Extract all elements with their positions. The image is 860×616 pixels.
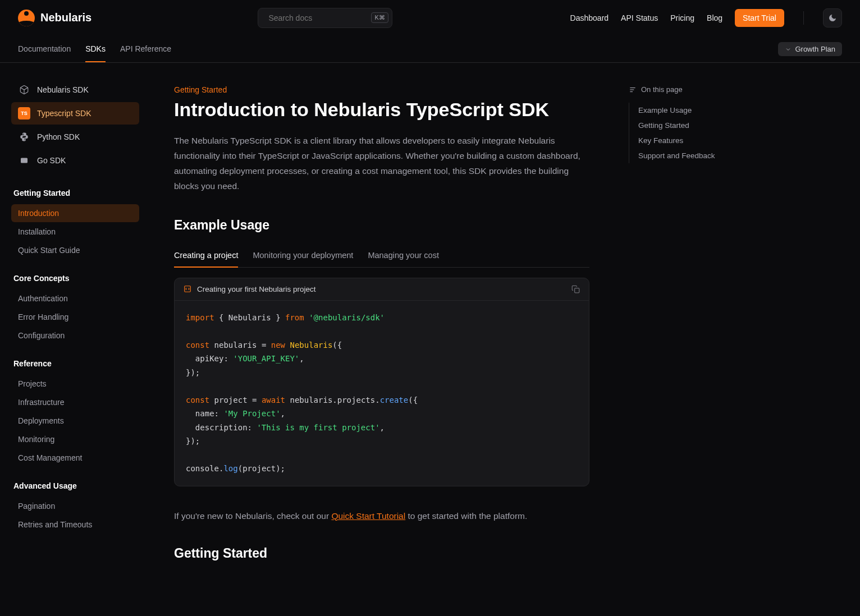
footer-text: If you're new to Nebularis, check out ou…: [174, 509, 589, 523]
copy-icon: [571, 285, 580, 293]
nav-authentication[interactable]: Authentication: [11, 289, 139, 307]
section-core-concepts: Core Concepts: [13, 274, 139, 283]
nav-monitoring[interactable]: Monitoring: [11, 430, 139, 448]
code-title: Creating your first Nebularis project: [197, 285, 316, 293]
nav-projects[interactable]: Projects: [11, 375, 139, 393]
quick-start-link[interactable]: Quick Start Tutorial: [331, 511, 405, 521]
nav-installation[interactable]: Installation: [11, 223, 139, 241]
toc-title: On this page: [629, 85, 741, 94]
toc-key-features[interactable]: Key Features: [629, 133, 741, 148]
nav-api-status[interactable]: API Status: [621, 13, 658, 22]
toc-getting-started[interactable]: Getting Started: [629, 118, 741, 133]
python-icon: [18, 131, 30, 143]
header-nav: Dashboard API Status Pricing Blog Start …: [570, 8, 842, 27]
nav-dashboard[interactable]: Dashboard: [570, 13, 609, 22]
nav-quick-start[interactable]: Quick Start Guide: [11, 241, 139, 259]
svg-rect-3: [21, 158, 28, 163]
brand-name: Nebularis: [40, 11, 92, 24]
section-reference: Reference: [13, 359, 139, 368]
eyebrow: Getting Started: [174, 85, 589, 94]
getting-started-heading: Getting Started: [174, 546, 589, 561]
intro-text: The Nebularis TypeScript SDK is a client…: [174, 133, 589, 194]
svg-rect-4: [185, 286, 191, 292]
search-shortcut: K⌘: [371, 12, 388, 23]
code-tab-cost[interactable]: Managing your cost: [368, 245, 439, 268]
tab-documentation[interactable]: Documentation: [18, 36, 71, 62]
nav-introduction[interactable]: Introduction: [11, 204, 139, 222]
code-body: import { Nebularis } from '@nebularis/sd…: [175, 301, 589, 486]
sdk-python[interactable]: Python SDK: [11, 126, 139, 148]
divider: [803, 11, 804, 25]
nav-configuration[interactable]: Configuration: [11, 327, 139, 344]
sdk-typescript[interactable]: TS Typescript SDK: [11, 102, 139, 125]
sdk-go[interactable]: Go SDK: [11, 149, 139, 172]
moon-icon: [828, 13, 837, 22]
search-input[interactable]: K⌘: [258, 8, 392, 28]
svg-rect-5: [575, 288, 579, 292]
cube-icon: [18, 84, 30, 96]
example-heading: Example Usage: [174, 218, 589, 233]
plan-badge[interactable]: Growth Plan: [778, 42, 842, 56]
page-title: Introduction to Nebularis TypeScript SDK: [174, 99, 589, 121]
list-icon: [629, 86, 637, 94]
nav-deployments[interactable]: Deployments: [11, 412, 139, 430]
start-trial-button[interactable]: Start Trial: [735, 9, 784, 27]
nav-blog[interactable]: Blog: [707, 13, 722, 22]
table-of-contents: On this page Example Usage Getting Start…: [617, 63, 752, 596]
toc-support[interactable]: Support and Feedback: [629, 148, 741, 163]
section-advanced: Advanced Usage: [13, 481, 139, 490]
nav-pagination[interactable]: Pagination: [11, 497, 139, 515]
code-tab-create[interactable]: Creating a project: [174, 245, 238, 268]
theme-toggle[interactable]: [823, 8, 842, 27]
copy-button[interactable]: [571, 285, 580, 293]
tab-api-reference[interactable]: API Reference: [120, 36, 171, 62]
tab-sdks[interactable]: SDKs: [85, 36, 106, 62]
ts-icon: TS: [18, 107, 30, 119]
code-tab-monitor[interactable]: Monitoring your deployment: [253, 245, 353, 268]
sdk-nebularis[interactable]: Nebularis SDK: [11, 79, 139, 101]
nav-error-handling[interactable]: Error Handling: [11, 308, 139, 326]
code-icon: [184, 285, 191, 293]
chevron-down-icon: [785, 46, 792, 53]
code-block: Creating your first Nebularis project im…: [174, 278, 589, 486]
logo[interactable]: Nebularis: [18, 10, 92, 26]
nav-pricing[interactable]: Pricing: [670, 13, 694, 22]
nav-cost-management[interactable]: Cost Management: [11, 449, 139, 467]
toc-example-usage[interactable]: Example Usage: [629, 103, 741, 118]
section-getting-started: Getting Started: [13, 189, 139, 197]
go-icon: [18, 154, 30, 167]
code-tabs: Creating a project Monitoring your deplo…: [174, 245, 589, 268]
sub-nav: Documentation SDKs API Reference Growth …: [0, 36, 860, 63]
header: Nebularis K⌘ Dashboard API Status Pricin…: [0, 0, 860, 36]
nav-retries[interactable]: Retries and Timeouts: [11, 516, 139, 534]
sidebar: Nebularis SDK TS Typescript SDK Python S…: [0, 63, 146, 596]
search-field[interactable]: [268, 13, 367, 22]
main-content: Getting Started Introduction to Nebulari…: [146, 63, 617, 596]
logo-icon: [18, 10, 35, 26]
nav-infrastructure[interactable]: Infrastructure: [11, 393, 139, 411]
